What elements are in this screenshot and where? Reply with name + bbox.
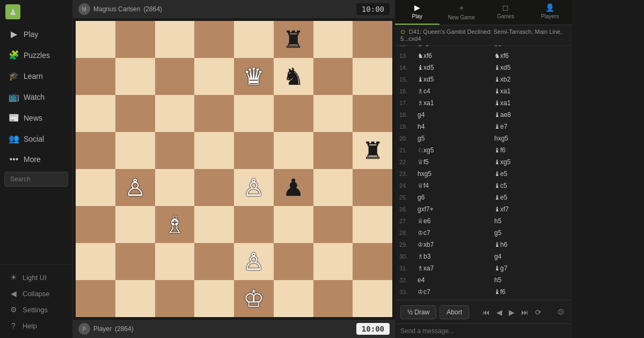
- board-cell[interactable]: [274, 132, 313, 169]
- board-cell[interactable]: [155, 95, 195, 132]
- flip-button[interactable]: ⟳: [533, 306, 544, 319]
- board-cell[interactable]: [155, 243, 195, 280]
- search-input[interactable]: [4, 172, 68, 187]
- abort-button[interactable]: Abort: [440, 305, 469, 319]
- board-cell[interactable]: [313, 21, 353, 58]
- board-cell[interactable]: [155, 280, 195, 317]
- chess-piece[interactable]: ♞: [283, 65, 304, 89]
- tab-players[interactable]: 👤 Players: [528, 0, 573, 25]
- board-cell[interactable]: [274, 280, 313, 317]
- chat-input[interactable]: [400, 327, 567, 335]
- move-white[interactable]: ♕f5: [414, 157, 491, 167]
- board-cell[interactable]: [274, 243, 313, 280]
- board-cell[interactable]: ♛: [234, 58, 274, 95]
- sidebar-item-learn[interactable]: 🎓 Learn: [2, 66, 70, 86]
- move-black[interactable]: ♝xg5: [491, 157, 568, 167]
- sidebar-item-puzzles[interactable]: 🧩 Puzzles: [2, 45, 70, 65]
- gear-button[interactable]: ⚙: [555, 305, 567, 319]
- move-white[interactable]: ♗b3: [414, 252, 491, 261]
- board-cell[interactable]: [115, 95, 155, 132]
- board-cell[interactable]: [76, 132, 115, 169]
- tab-new-game[interactable]: ＋ New Game: [440, 0, 484, 25]
- move-black[interactable]: g5: [491, 228, 568, 238]
- sidebar-item-collapse[interactable]: ◀ Collapse: [2, 285, 70, 302]
- board-cell[interactable]: [234, 21, 274, 58]
- board-cell[interactable]: [76, 206, 115, 243]
- board-cell[interactable]: [353, 243, 392, 280]
- move-black[interactable]: b6: [491, 46, 568, 49]
- board-cell[interactable]: ♙: [234, 243, 274, 280]
- board-cell[interactable]: [115, 243, 155, 280]
- board-cell[interactable]: [194, 132, 234, 169]
- board-cell[interactable]: ♟: [274, 169, 313, 206]
- board-cell[interactable]: [76, 58, 115, 95]
- move-black[interactable]: ♝h6: [491, 240, 568, 249]
- board-cell[interactable]: [155, 21, 195, 58]
- move-black[interactable]: ♝c5: [491, 181, 568, 190]
- move-black[interactable]: ♝e5: [491, 193, 568, 202]
- move-white[interactable]: ♔c7: [414, 287, 491, 297]
- move-white[interactable]: ♝xd5: [414, 75, 491, 84]
- move-black[interactable]: ♝xd5: [491, 63, 568, 72]
- move-white[interactable]: O-O: [414, 46, 491, 49]
- move-black[interactable]: g4: [491, 252, 568, 261]
- board-cell[interactable]: [115, 58, 155, 95]
- move-black[interactable]: ♝xa1: [491, 86, 568, 96]
- board-cell[interactable]: [274, 206, 313, 243]
- move-white[interactable]: e4: [414, 275, 491, 285]
- board-cell[interactable]: ♙: [115, 169, 155, 206]
- board-cell[interactable]: [353, 95, 392, 132]
- chess-piece[interactable]: ♙: [243, 176, 264, 200]
- board-cell[interactable]: ♜: [353, 132, 392, 169]
- board-cell[interactable]: [194, 280, 234, 317]
- move-black[interactable]: ♝e5: [491, 169, 568, 179]
- move-black[interactable]: ♝xf7: [491, 204, 568, 214]
- board-cell[interactable]: [76, 243, 115, 280]
- board-cell[interactable]: [313, 132, 353, 169]
- board-cell[interactable]: [155, 58, 195, 95]
- first-move-button[interactable]: ⏮: [480, 306, 492, 319]
- move-white[interactable]: ♗xa7: [414, 263, 491, 273]
- move-white[interactable]: ♗c4: [414, 86, 491, 96]
- board-cell[interactable]: [115, 132, 155, 169]
- move-white[interactable]: ♕f4: [414, 181, 491, 190]
- sidebar-item-more[interactable]: ••• More: [2, 150, 70, 169]
- next-move-button[interactable]: ▶: [507, 306, 517, 319]
- board-cell[interactable]: [194, 206, 234, 243]
- board-cell[interactable]: [234, 206, 274, 243]
- board-cell[interactable]: [194, 169, 234, 206]
- sidebar-item-light-ui[interactable]: ☀ Light UI: [2, 269, 70, 285]
- board-cell[interactable]: [313, 58, 353, 95]
- chess-piece[interactable]: ♙: [243, 250, 264, 274]
- board-cell[interactable]: [353, 58, 392, 95]
- board-cell[interactable]: [194, 95, 234, 132]
- board-cell[interactable]: [274, 95, 313, 132]
- board-cell[interactable]: [115, 206, 155, 243]
- move-black[interactable]: ♝xa1: [491, 98, 568, 108]
- board-cell[interactable]: ♙: [234, 169, 274, 206]
- board-cell[interactable]: [155, 169, 195, 206]
- sidebar-item-watch[interactable]: 📺 Watch: [2, 87, 70, 107]
- move-white[interactable]: hxg5: [414, 169, 491, 179]
- move-white[interactable]: ♘xg5: [414, 145, 491, 155]
- tab-play[interactable]: ▶ Play: [395, 0, 440, 25]
- move-black[interactable]: ♝e7: [491, 122, 568, 131]
- board-cell[interactable]: ♞: [274, 58, 313, 95]
- move-black[interactable]: ♝ae8: [491, 110, 568, 120]
- board-cell[interactable]: [115, 21, 155, 58]
- move-black[interactable]: h5: [491, 216, 568, 226]
- move-white[interactable]: ♝xd5: [414, 63, 491, 72]
- board-cell[interactable]: [234, 95, 274, 132]
- sidebar-item-settings[interactable]: ⚙ Settings: [2, 302, 70, 318]
- board-cell[interactable]: [76, 169, 115, 206]
- board-cell[interactable]: [313, 169, 353, 206]
- chess-piece[interactable]: ♔: [243, 287, 264, 311]
- move-white[interactable]: g6: [414, 193, 491, 202]
- move-black[interactable]: h5: [491, 275, 568, 285]
- board-cell[interactable]: [313, 206, 353, 243]
- board-cell[interactable]: [115, 280, 155, 317]
- board-cell[interactable]: [76, 95, 115, 132]
- chess-piece[interactable]: ♜: [283, 28, 304, 52]
- board-cell[interactable]: [194, 58, 234, 95]
- chess-piece[interactable]: ♛: [243, 65, 264, 89]
